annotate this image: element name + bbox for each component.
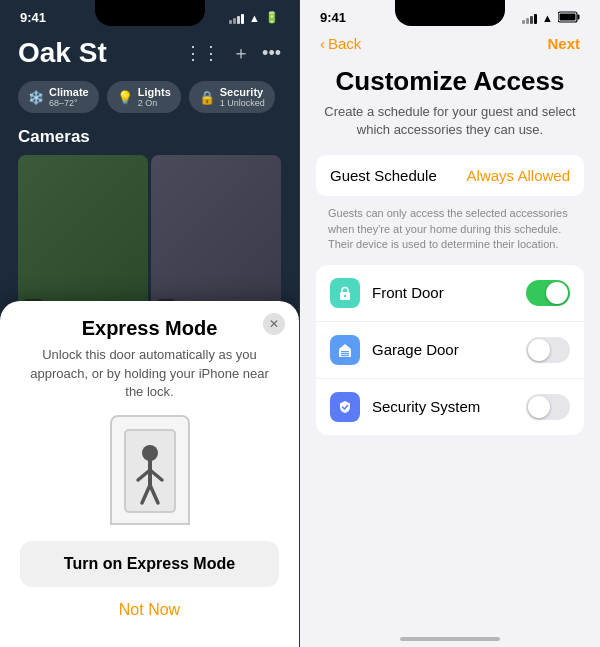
lights-sub: 2 On	[138, 98, 171, 108]
front-door-icon-wrap	[330, 278, 360, 308]
door-illustration	[110, 415, 190, 525]
security-sub: 1 Unlocked	[220, 98, 265, 108]
climate-sub: 68–72°	[49, 98, 89, 108]
shield-icon	[337, 399, 353, 415]
add-icon[interactable]: ＋	[232, 41, 250, 65]
security-info: Security 1 Unlocked	[220, 86, 265, 108]
camera-tile-1[interactable]: 2s	[18, 155, 148, 315]
guest-schedule-row[interactable]: Guest Schedule Always Allowed	[316, 155, 584, 196]
security-system-toggle[interactable]	[526, 394, 570, 420]
back-chevron-icon: ‹	[320, 35, 325, 52]
climate-icon: ❄️	[28, 90, 44, 105]
wifi-icon-right: ▲	[542, 12, 553, 24]
garage-door-icon-wrap	[330, 335, 360, 365]
svg-rect-14	[341, 353, 349, 354]
svg-rect-13	[341, 351, 349, 352]
garage-icon	[337, 342, 353, 358]
svg-rect-8	[578, 14, 580, 19]
front-door-toggle-knob	[546, 282, 568, 304]
header-icons: ⋮⋮ ＋ •••	[184, 41, 281, 65]
schedule-note: Guests can only access the selected acce…	[300, 200, 600, 264]
accessory-item-garage-door[interactable]: Garage Door	[316, 322, 584, 379]
door-illustration-wrapper	[20, 415, 279, 525]
accessory-list: Front Door Garage Door	[316, 265, 584, 435]
customize-access-title: Customize Access	[300, 56, 600, 103]
home-header: Oak St ⋮⋮ ＋ •••	[0, 29, 299, 75]
time-left: 9:41	[20, 10, 46, 25]
accessory-item-security-system[interactable]: Security System	[316, 379, 584, 435]
lights-label: Lights	[138, 86, 171, 98]
svg-rect-15	[341, 355, 349, 356]
more-icon[interactable]: •••	[262, 43, 281, 64]
status-icons-left: ▲ 🔋	[229, 11, 279, 24]
lock-icon	[337, 285, 353, 301]
security-system-name: Security System	[372, 398, 514, 415]
front-door-name: Front Door	[372, 284, 514, 301]
battery-icon-right	[558, 11, 580, 25]
cameras-section-label: Cameras	[0, 123, 299, 155]
lights-icon: 💡	[117, 90, 133, 105]
guest-schedule-value: Always Allowed	[467, 167, 570, 184]
camera-tile-2[interactable]: 3s	[151, 155, 281, 315]
express-modal: ✕ Express Mode Unlock this door automati…	[0, 301, 299, 647]
back-button[interactable]: ‹ Back	[320, 35, 361, 52]
lights-info: Lights 2 On	[138, 86, 171, 108]
person-door-svg	[120, 425, 180, 515]
garage-door-toggle[interactable]	[526, 337, 570, 363]
time-right: 9:41	[320, 10, 346, 25]
quick-buttons: ❄️ Climate 68–72° 💡 Lights 2 On 🔒 Securi…	[0, 75, 299, 123]
wifi-icon-left: ▲	[249, 12, 260, 24]
nav-bar-right: ‹ Back Next	[300, 29, 600, 56]
home-indicator-right	[400, 637, 500, 641]
security-button[interactable]: 🔒 Security 1 Unlocked	[189, 81, 275, 113]
status-icons-right: ▲	[522, 11, 580, 25]
notch-right	[395, 0, 505, 26]
guest-schedule-label: Guest Schedule	[330, 167, 437, 184]
svg-rect-9	[560, 13, 576, 20]
modal-close-button[interactable]: ✕	[263, 313, 285, 335]
security-system-icon-wrap	[330, 392, 360, 422]
cameras-grid: 2s 3s	[0, 155, 299, 315]
garage-door-toggle-knob	[528, 339, 550, 361]
not-now-button[interactable]: Not Now	[20, 597, 279, 623]
waveform-icon[interactable]: ⋮⋮	[184, 42, 220, 64]
security-system-toggle-knob	[528, 396, 550, 418]
back-label: Back	[328, 35, 361, 52]
left-phone: 9:41 ▲ 🔋 Oak St ⋮⋮ ＋ ••• ❄️ Climate 68–7…	[0, 0, 300, 647]
battery-icon-left: 🔋	[265, 11, 279, 24]
right-phone: 9:41 ▲ ‹ Back Next Customize Access Crea…	[300, 0, 600, 647]
next-button[interactable]: Next	[547, 35, 580, 52]
climate-info: Climate 68–72°	[49, 86, 89, 108]
front-door-toggle[interactable]	[526, 280, 570, 306]
signal-icon-right	[522, 12, 537, 24]
security-icon: 🔒	[199, 90, 215, 105]
express-modal-description: Unlock this door automatically as you ap…	[20, 346, 279, 401]
turn-on-express-mode-button[interactable]: Turn on Express Mode	[20, 541, 279, 587]
lights-button[interactable]: 💡 Lights 2 On	[107, 81, 181, 113]
svg-point-11	[344, 294, 346, 296]
climate-button[interactable]: ❄️ Climate 68–72°	[18, 81, 99, 113]
climate-label: Climate	[49, 86, 89, 98]
security-label: Security	[220, 86, 265, 98]
express-modal-title: Express Mode	[20, 317, 279, 340]
svg-point-1	[142, 445, 158, 461]
home-title: Oak St	[18, 37, 107, 69]
signal-icon-left	[229, 12, 244, 24]
notch-left	[95, 0, 205, 26]
customize-access-subtitle: Create a schedule for your guest and sel…	[300, 103, 600, 155]
garage-door-name: Garage Door	[372, 341, 514, 358]
accessory-item-front-door[interactable]: Front Door	[316, 265, 584, 322]
